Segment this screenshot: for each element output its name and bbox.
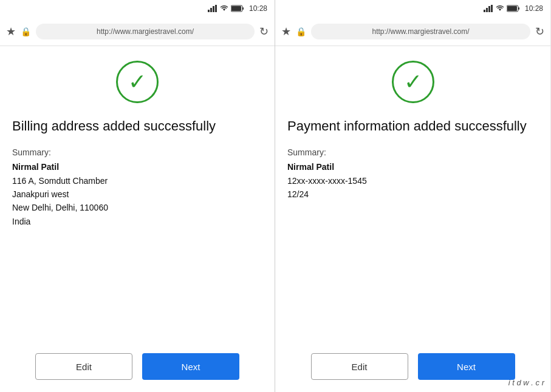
summary-lines-2: 12xx-xxxx-xxxx-1545 12/24 (287, 174, 538, 201)
svg-rect-9 (488, 6, 490, 12)
success-circle-2: ✓ (392, 61, 434, 103)
svg-rect-2 (213, 6, 214, 12)
svg-rect-3 (215, 5, 217, 12)
edit-button-2[interactable]: Edit (311, 353, 408, 380)
svg-rect-7 (484, 10, 485, 12)
svg-rect-12 (518, 7, 519, 10)
refresh-icon-1[interactable]: ↻ (259, 25, 269, 38)
refresh-icon-2[interactable]: ↻ (535, 25, 544, 38)
battery-icon (231, 5, 244, 12)
next-button-1[interactable]: Next (142, 353, 239, 380)
page-content-2: ✓ Payment information added successfully… (275, 46, 550, 392)
summary-lines-1: 116 A, Somdutt Chamber Janakpuri west Ne… (12, 174, 262, 229)
status-icons-2: 10:28 (484, 4, 543, 13)
summary-line-1-0: 116 A, Somdutt Chamber (12, 176, 108, 186)
summary-line-1-3: India (12, 217, 30, 226)
star-icon-2[interactable]: ★ (281, 25, 291, 38)
svg-rect-5 (242, 7, 244, 10)
edit-button-1[interactable]: Edit (35, 353, 132, 380)
svg-rect-6 (231, 6, 241, 11)
browser-bar-1: ★ 🔒 http://www.margiestravel.com/ ↻ (0, 17, 275, 46)
success-circle-1: ✓ (116, 61, 159, 103)
next-button-2[interactable]: Next (418, 353, 515, 380)
summary-label-1: Summary: (12, 147, 262, 157)
checkmark-icon-2: ✓ (404, 71, 422, 93)
svg-rect-8 (486, 8, 488, 12)
svg-rect-10 (491, 5, 493, 12)
phone-frame-2: 10:28 ★ 🔒 http://www.margiestravel.com/ … (275, 0, 550, 392)
watermark: i t d w . c r (508, 378, 544, 387)
wifi-icon-2 (496, 5, 504, 12)
browser-url-2[interactable]: http://www.margiestravel.com/ (311, 24, 530, 39)
svg-rect-13 (507, 6, 517, 11)
status-icons-1: 10:28 (208, 4, 267, 13)
summary-line-1-2: New Delhi, Delhi, 110060 (12, 203, 108, 212)
star-icon-1[interactable]: ★ (6, 25, 16, 38)
lock-icon-1: 🔒 (21, 27, 31, 36)
summary-label-2: Summary: (287, 147, 538, 157)
status-time-1: 10:28 (249, 4, 267, 13)
summary-line-1-1: Janakpuri west (12, 189, 69, 199)
signal-icon-2 (484, 5, 493, 12)
signal-icon (208, 5, 217, 12)
summary-line-2-0: 12xx-xxxx-xxxx-1545 (287, 176, 367, 186)
status-bar-1: 10:28 (0, 0, 275, 17)
buttons-row-2: Edit Next (287, 341, 538, 380)
page-content-1: ✓ Billing address added successfully Sum… (0, 46, 275, 392)
wifi-icon (220, 5, 228, 12)
status-bar-2: 10:28 (275, 0, 550, 17)
lock-icon-2: 🔒 (296, 27, 306, 36)
battery-icon-2 (507, 5, 520, 12)
summary-name-2: Nirmal Patil (287, 162, 538, 172)
buttons-row-1: Edit Next (12, 341, 262, 380)
browser-bar-2: ★ 🔒 http://www.margiestravel.com/ ↻ (275, 17, 550, 46)
success-title-1: Billing address added successfully (12, 118, 262, 135)
checkmark-icon-1: ✓ (128, 71, 146, 93)
phone-frame-1: 10:28 ★ 🔒 http://www.margiestravel.com/ … (0, 0, 275, 392)
browser-url-1[interactable]: http://www.margiestravel.com/ (36, 24, 255, 39)
svg-rect-1 (210, 8, 212, 12)
success-title-2: Payment information added successfully (287, 118, 538, 135)
status-time-2: 10:28 (525, 4, 543, 13)
summary-name-1: Nirmal Patil (12, 162, 262, 172)
svg-rect-0 (208, 10, 210, 12)
summary-line-2-1: 12/24 (287, 189, 309, 199)
